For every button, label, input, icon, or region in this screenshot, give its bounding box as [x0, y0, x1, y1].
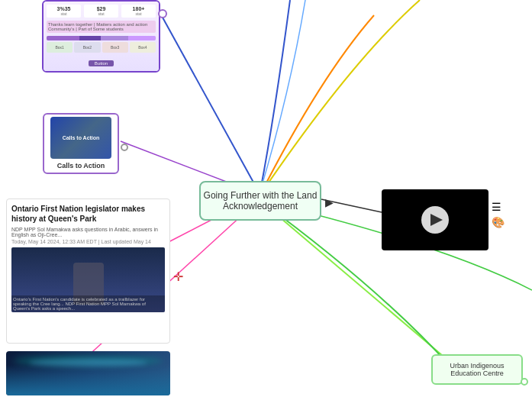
aurora-image	[6, 351, 170, 395]
article-card[interactable]: Ontario First Nation legislator makes hi…	[6, 198, 170, 344]
card-subtitle: Thanks learn together | Matters action a…	[47, 21, 156, 33]
stat-2: $29 stat	[84, 5, 118, 18]
list-icon[interactable]: ☰	[492, 201, 505, 213]
play-button[interactable]	[421, 206, 449, 234]
central-node[interactable]: Going Further with the Land Acknowledgem…	[199, 181, 321, 221]
bottom-row: Box1 Box2 Box3 Box4	[47, 42, 156, 53]
central-node-label: Going Further with the Land Acknowledgem…	[201, 190, 320, 211]
top-card-connector-dot	[158, 9, 167, 18]
dashboard-card[interactable]: 3%35 stat $29 stat 180+ stat Thanks lear…	[42, 0, 160, 73]
stat-1: 3%35 stat	[47, 5, 81, 18]
bottom-aurora-card[interactable]	[6, 351, 170, 395]
calls-to-action-card[interactable]: Calls to Action Calls to Action	[43, 113, 119, 174]
urban-card-label: Urban Indigenous Education Centre	[436, 362, 518, 377]
article-date: Today, May 14 2024, 12:33 AM EDT | Last …	[11, 239, 165, 244]
dashboard-card-content: 3%35 stat $29 stat 180+ stat Thanks lear…	[44, 2, 159, 71]
play-arrow-indicator: ▶	[325, 196, 334, 208]
video-thumbnail[interactable]	[382, 189, 488, 250]
video-controls: ☰ 🎨	[492, 201, 505, 228]
stat-3: 180+ stat	[121, 5, 156, 18]
article-source: NDP MPP Sol Mamakwa asks questions in Ar…	[11, 227, 165, 237]
svg-line-0	[158, 9, 260, 195]
calls-card-label: Calls to Action	[57, 162, 105, 169]
cross-icon[interactable]: ✛	[173, 270, 183, 284]
calls-card-image: Calls to Action	[50, 117, 111, 159]
card-button[interactable]: Button	[89, 60, 114, 66]
stats-row: 3%35 stat $29 stat 180+ stat	[47, 5, 156, 18]
article-title: Ontario First Nation legislator makes hi…	[11, 204, 165, 224]
progress-bar	[47, 36, 156, 40]
calls-card-image-text: Calls to Action	[61, 134, 102, 142]
article-caption: Ontario's First Nation's candidate is ce…	[11, 295, 165, 312]
urban-indigenous-card[interactable]: Urban Indigenous Education Centre	[431, 354, 523, 385]
color-icon[interactable]: 🎨	[492, 216, 505, 228]
calls-card-connector-dot	[121, 144, 128, 151]
urban-card-connector-dot	[521, 378, 528, 386]
article-image: Ontario's First Nation's candidate is ce…	[11, 247, 165, 312]
